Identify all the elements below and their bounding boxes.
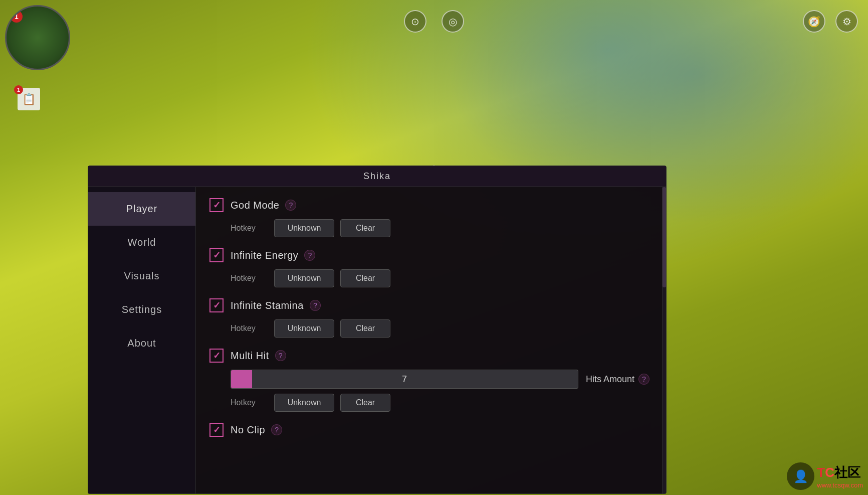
feature-god-mode: God Mode ? Hotkey Unknown Clear xyxy=(208,197,649,237)
infinite-stamina-check-icon xyxy=(209,298,224,312)
sidebar-item-about[interactable]: About xyxy=(88,326,195,360)
infinite-energy-hotkey-label: Hotkey xyxy=(231,274,268,283)
watermark: 👤 TC社区 www.tcsqw.com xyxy=(787,462,863,490)
feature-multi-hit-header: Multi Hit ? xyxy=(208,348,649,364)
watermark-avatar-icon: 👤 xyxy=(787,462,814,490)
multi-hit-slider[interactable]: 7 xyxy=(231,370,578,389)
god-mode-hotkey-btn[interactable]: Unknown xyxy=(274,219,334,237)
god-mode-label: God Mode xyxy=(231,200,279,211)
watermark-text-block: TC社区 www.tcsqw.com xyxy=(817,464,863,489)
feature-multi-hit: Multi Hit ? 7 Hits Amount ? Hotkey xyxy=(208,348,649,412)
minimap: 1 xyxy=(5,5,70,70)
no-clip-label: No Clip xyxy=(231,424,265,436)
multi-hit-clear-btn[interactable]: Clear xyxy=(340,394,390,412)
content-area: God Mode ? Hotkey Unknown Clear Infinite… xyxy=(196,187,662,493)
infinite-energy-hotkey-btn[interactable]: Unknown xyxy=(274,269,334,287)
settings-hud-icon[interactable]: ⚙ xyxy=(835,10,858,33)
feature-infinite-energy-header: Infinite Energy ? xyxy=(208,247,649,263)
feature-no-clip: No Clip ? xyxy=(208,422,649,438)
compass-icon[interactable]: ⊙ xyxy=(404,10,426,33)
slider-fill xyxy=(231,370,252,388)
multi-hit-label: Multi Hit xyxy=(231,350,269,362)
sidebar-item-visuals[interactable]: Visuals xyxy=(88,259,195,293)
god-mode-checkbox[interactable] xyxy=(208,197,225,213)
feature-infinite-stamina: Infinite Stamina ? Hotkey Unknown Clear xyxy=(208,297,649,338)
menu-title-bar: Shika xyxy=(88,166,666,187)
sidebar-item-settings[interactable]: Settings xyxy=(88,293,195,326)
hits-amount-help-icon[interactable]: ? xyxy=(638,374,649,385)
infinite-stamina-hotkey-btn[interactable]: Unknown xyxy=(274,319,334,338)
sidebar: Player World Visuals Settings About xyxy=(88,187,196,493)
top-right-icons: 🧭 ⚙ xyxy=(803,10,858,33)
scrollbar-track[interactable] xyxy=(662,187,666,493)
feature-infinite-energy: Infinite Energy ? Hotkey Unknown Clear xyxy=(208,247,649,287)
infinite-energy-hotkey-row: Hotkey Unknown Clear xyxy=(208,269,649,287)
god-mode-check-icon xyxy=(209,198,224,212)
god-mode-hotkey-row: Hotkey Unknown Clear xyxy=(208,219,649,237)
watermark-tc-letter: T xyxy=(817,465,825,480)
god-mode-hotkey-label: Hotkey xyxy=(231,224,268,233)
no-clip-check-icon xyxy=(209,423,224,437)
watermark-url: www.tcsqw.com xyxy=(817,481,863,489)
god-mode-clear-btn[interactable]: Clear xyxy=(340,219,390,237)
god-mode-help-icon[interactable]: ? xyxy=(285,200,296,211)
minimap-badge: 1 xyxy=(11,11,23,23)
map-icon[interactable]: 🧭 xyxy=(803,10,825,33)
infinite-stamina-help-icon[interactable]: ? xyxy=(310,300,321,311)
slider-value: 7 xyxy=(402,374,407,385)
scrollbar-thumb[interactable] xyxy=(663,187,666,287)
multi-hit-hotkey-btn[interactable]: Unknown xyxy=(274,394,334,412)
hits-amount-label: Hits Amount xyxy=(586,374,634,385)
multi-hit-hotkey-row: Hotkey Unknown Clear xyxy=(208,394,649,412)
infinite-stamina-label: Infinite Stamina xyxy=(231,300,304,311)
cheat-menu: Shika Player World Visuals Settings Abou… xyxy=(88,166,667,494)
multi-hit-check-icon xyxy=(209,349,224,363)
feature-no-clip-header: No Clip ? xyxy=(208,422,649,438)
sidebar-item-world[interactable]: World xyxy=(88,226,195,259)
notification-badge: 1 xyxy=(14,85,23,94)
no-clip-checkbox[interactable] xyxy=(208,422,225,438)
infinite-energy-clear-btn[interactable]: Clear xyxy=(340,269,390,287)
feature-infinite-stamina-header: Infinite Stamina ? xyxy=(208,297,649,313)
infinite-stamina-hotkey-label: Hotkey xyxy=(231,324,268,333)
menu-title: Shika xyxy=(363,171,391,181)
infinite-energy-checkbox[interactable] xyxy=(208,247,225,263)
menu-body: Player World Visuals Settings About God … xyxy=(88,187,666,493)
infinite-stamina-hotkey-row: Hotkey Unknown Clear xyxy=(208,319,649,338)
target-icon[interactable]: ◎ xyxy=(442,10,464,33)
sidebar-item-player[interactable]: Player xyxy=(88,192,195,226)
infinite-stamina-clear-btn[interactable]: Clear xyxy=(340,319,390,338)
infinite-energy-help-icon[interactable]: ? xyxy=(304,250,315,261)
multi-hit-help-icon[interactable]: ? xyxy=(275,350,286,361)
multi-hit-hotkey-label: Hotkey xyxy=(231,398,268,407)
feature-god-mode-header: God Mode ? xyxy=(208,197,649,213)
multi-hit-slider-desc: Hits Amount ? xyxy=(586,374,649,385)
no-clip-help-icon[interactable]: ? xyxy=(271,424,282,435)
multi-hit-slider-row: 7 Hits Amount ? xyxy=(208,370,649,389)
infinite-stamina-checkbox[interactable] xyxy=(208,297,225,313)
infinite-energy-label: Infinite Energy xyxy=(231,250,298,261)
top-center-icons: ⊙ ◎ xyxy=(404,10,464,33)
watermark-c-letter: C xyxy=(825,465,834,480)
multi-hit-checkbox[interactable] xyxy=(208,348,225,364)
watermark-brand: TC社区 xyxy=(817,465,860,480)
infinite-energy-check-icon xyxy=(209,248,224,262)
